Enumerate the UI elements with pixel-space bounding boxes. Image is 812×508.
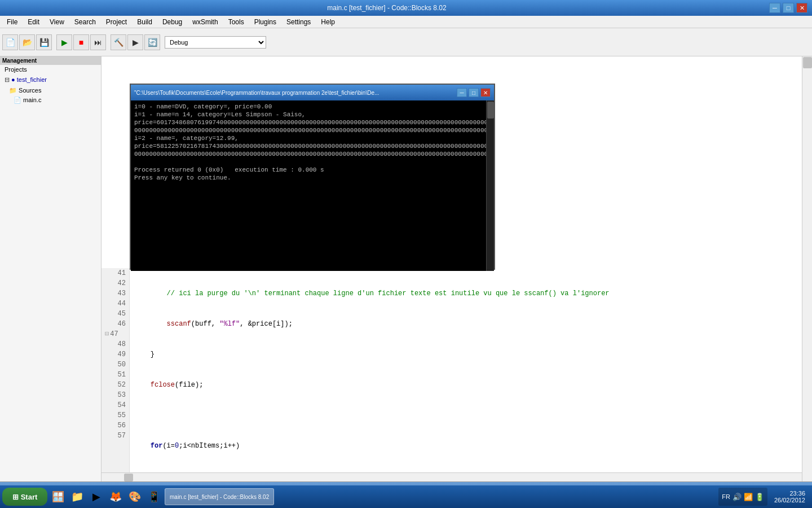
taskbar-tray-icon-1: 🔊 bbox=[732, 493, 742, 501]
taskbar-icon-paint[interactable]: 🎨 bbox=[126, 488, 143, 505]
terminal-title-text: "C:\Users\Toufik\Documents\Ecole\Program… bbox=[134, 90, 379, 96]
terminal-scrollbar[interactable] bbox=[486, 100, 494, 271]
taskbar-icon-files[interactable]: 📁 bbox=[69, 488, 86, 505]
terminal-line-4: i=2 - name=, category=12.99, price=58122… bbox=[134, 134, 491, 150]
toolbar-run[interactable]: ▶ bbox=[127, 34, 143, 50]
taskbar-time: 23:36 bbox=[774, 490, 805, 497]
sidebar-management-header: Management bbox=[0, 56, 101, 65]
ln-49: 49 bbox=[105, 349, 126, 360]
toolbar-step[interactable]: ⏭ bbox=[90, 34, 106, 50]
terminal-minimize[interactable]: ─ bbox=[457, 88, 467, 97]
window-controls: ─ □ ✕ bbox=[769, 3, 807, 13]
taskbar-icon-media[interactable]: ▶ bbox=[88, 488, 105, 505]
toolbar-save[interactable]: 💾 bbox=[36, 34, 52, 50]
ln-47: ⊟ 47 bbox=[105, 329, 126, 339]
ln-51: 51 bbox=[105, 370, 126, 380]
ln-55: 55 bbox=[105, 410, 126, 421]
menu-build[interactable]: Build bbox=[133, 17, 157, 27]
menu-settings[interactable]: Settings bbox=[282, 17, 315, 27]
code-line-42: sscanf(buff, "%lf", &price[i]); bbox=[134, 319, 797, 329]
code-content[interactable]: // ici la purge du '\n' terminant chaque… bbox=[130, 268, 802, 481]
taskbar: ⊞ Start 🪟 📁 ▶ 🦊 🎨 📱 main.c [test_fichier… bbox=[0, 485, 812, 508]
toolbar-stop[interactable]: ■ bbox=[73, 34, 89, 50]
ln-43: 43 bbox=[105, 288, 126, 299]
h-scrollbar[interactable] bbox=[102, 472, 802, 481]
right-scrollbar[interactable] bbox=[802, 56, 812, 481]
sidebar-main-c[interactable]: 📄 main.c bbox=[0, 95, 101, 105]
menu-edit[interactable]: Edit bbox=[23, 17, 44, 27]
taskbar-date: 26/02/2012 bbox=[774, 497, 805, 503]
taskbar-language: FR bbox=[722, 493, 730, 500]
terminal-line-5: 0000000000000000000000000000000000000000… bbox=[134, 150, 491, 158]
terminal-press-any-key: Press any key to continue. bbox=[134, 174, 491, 182]
h-scroll-thumb[interactable] bbox=[124, 474, 133, 481]
menu-tools[interactable]: Tools bbox=[224, 17, 249, 27]
toolbar-sep1 bbox=[53, 34, 55, 50]
sidebar-projects-tab[interactable]: Projects bbox=[0, 65, 101, 74]
toolbar-sep2 bbox=[107, 34, 109, 50]
sidebar-project-item[interactable]: ⊟ ● test_fichier bbox=[0, 74, 101, 86]
menu-file[interactable]: File bbox=[2, 17, 22, 27]
terminal-line-2: i=1 - name=n 14, category=Les Simpson - … bbox=[134, 111, 491, 126]
minimize-button[interactable]: ─ bbox=[769, 3, 780, 13]
taskbar-icon-phone[interactable]: 📱 bbox=[145, 488, 162, 505]
taskbar-icon-firefox[interactable]: 🦊 bbox=[107, 488, 124, 505]
menu-plugins[interactable]: Plugins bbox=[250, 17, 281, 27]
ln-44: 44 bbox=[105, 299, 126, 309]
terminal-scroll-thumb[interactable] bbox=[487, 102, 494, 119]
taskbar-clock[interactable]: 23:36 26/02/2012 bbox=[770, 490, 810, 503]
terminal-content: i=0 - name=DVD, category=, price=0.00 i=… bbox=[131, 100, 494, 271]
toolbar-rebuild[interactable]: 🔄 bbox=[144, 34, 160, 50]
ln-45: 45 bbox=[105, 309, 126, 319]
code-line-44: fclose(file); bbox=[134, 380, 797, 390]
menu-project[interactable]: Project bbox=[102, 17, 131, 27]
ln-54: 54 bbox=[105, 400, 126, 410]
menu-debug[interactable]: Debug bbox=[158, 17, 187, 27]
ln-57: 57 bbox=[105, 431, 126, 441]
ln-42: 42 bbox=[105, 278, 126, 288]
terminal-close[interactable]: ✕ bbox=[480, 88, 491, 97]
terminal-maximize[interactable]: □ bbox=[469, 88, 479, 97]
start-button[interactable]: ⊞ Start bbox=[2, 488, 47, 506]
terminal-title-bar: "C:\Users\Toufik\Documents\Ecole\Program… bbox=[131, 85, 494, 100]
code-editor: 41 42 43 44 45 46 ⊟ 47 48 49 50 51 52 53… bbox=[102, 268, 802, 481]
toolbar-build[interactable]: 🔨 bbox=[111, 34, 126, 50]
code-line-43: } bbox=[134, 349, 797, 360]
terminal-line-3: 0000000000000000000000000000000000000000… bbox=[134, 126, 491, 134]
menu-bar: File Edit View Search Project Build Debu… bbox=[0, 16, 812, 28]
code-line-45 bbox=[134, 410, 797, 421]
ln-56: 56 bbox=[105, 421, 126, 431]
close-button[interactable]: ✕ bbox=[796, 3, 807, 13]
terminal-controls: ─ □ ✕ bbox=[457, 88, 491, 97]
terminal-process-returned: Process returned 0 (0x0) execution time … bbox=[134, 166, 491, 174]
build-config-dropdown[interactable]: Debug Release bbox=[165, 36, 266, 49]
toolbar-open[interactable]: 📂 bbox=[19, 34, 35, 50]
ln-52: 52 bbox=[105, 380, 126, 390]
line-numbers: 41 42 43 44 45 46 ⊟ 47 48 49 50 51 52 53… bbox=[102, 268, 130, 481]
menu-search[interactable]: Search bbox=[70, 17, 100, 27]
code-area[interactable]: "C:\Users\Toufik\Documents\Ecole\Program… bbox=[102, 56, 812, 481]
toolbar-new[interactable]: 📄 bbox=[2, 34, 18, 50]
menu-help[interactable]: Help bbox=[316, 17, 339, 27]
toolbar: 📄 📂 💾 ▶ ■ ⏭ 🔨 ▶ 🔄 Debug Release bbox=[0, 28, 812, 56]
right-scroll-thumb[interactable] bbox=[803, 57, 812, 68]
sidebar: Management Projects ⊟ ● test_fichier 📁 S… bbox=[0, 56, 102, 481]
taskbar-active-window[interactable]: main.c [test_fichier] - Code::Blocks 8.0… bbox=[165, 488, 274, 505]
main-area: Management Projects ⊟ ● test_fichier 📁 S… bbox=[0, 56, 812, 481]
ln-41: 41 bbox=[105, 268, 126, 278]
taskbar-tray-icon-2: 📶 bbox=[744, 493, 753, 501]
terminal-line-1: i=0 - name=DVD, category=, price=0.00 bbox=[134, 103, 491, 111]
terminal-window: "C:\Users\Toufik\Documents\Ecole\Program… bbox=[130, 84, 495, 270]
taskbar-tray: FR 🔊 📶 🔋 bbox=[718, 488, 767, 506]
toolbar-sep3 bbox=[161, 34, 164, 50]
window-title: main.c [test_fichier] - Code::Blocks 8.0… bbox=[5, 4, 769, 12]
code-line-41: // ici la purge du '\n' terminant chaque… bbox=[134, 288, 797, 299]
taskbar-icon-explorer[interactable]: 🪟 bbox=[50, 488, 67, 505]
maximize-button[interactable]: □ bbox=[783, 3, 794, 13]
taskbar-tray-icon-3: 🔋 bbox=[755, 493, 764, 501]
start-icon: ⊞ bbox=[12, 493, 19, 501]
menu-view[interactable]: View bbox=[45, 17, 69, 27]
toolbar-play[interactable]: ▶ bbox=[56, 34, 72, 50]
menu-wxsmith[interactable]: wxSmith bbox=[188, 17, 222, 27]
sidebar-sources[interactable]: 📁 Sources bbox=[0, 86, 101, 95]
